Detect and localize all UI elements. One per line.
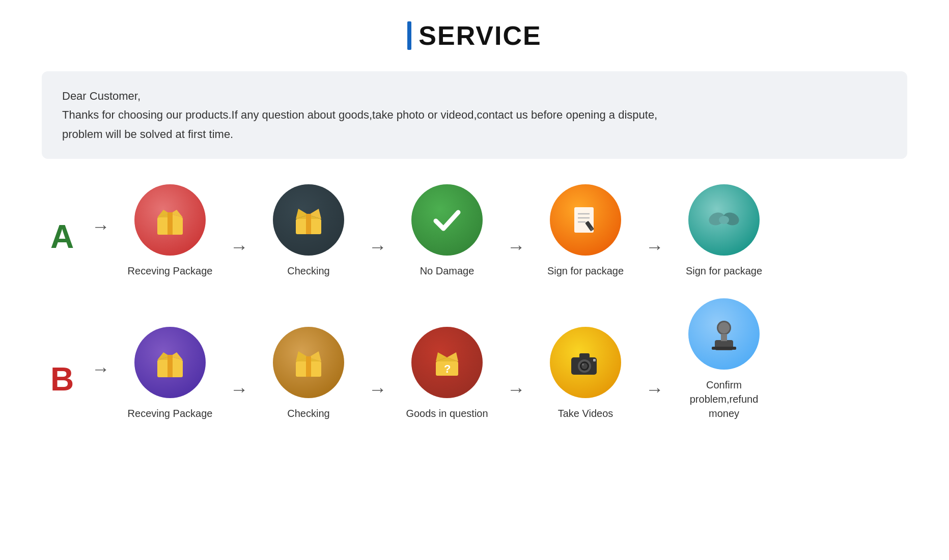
icon-checkmark-green [411,184,483,256]
svg-rect-27 [168,360,173,377]
icon-package-red [134,184,206,256]
label-b-1: Receving Package [128,406,213,421]
icon-camera-yellow [550,327,621,398]
step-b-5: Confirm problem,refund money [673,298,775,421]
flow-section-a: A → [42,184,907,298]
svg-rect-46 [593,359,596,361]
arrow-b-4: → [646,379,664,400]
svg-point-21 [719,216,729,224]
svg-point-45 [582,363,584,366]
icon-handshake-teal [688,184,760,256]
arrow-b-3: → [507,379,525,400]
label-a-3: No Damage [420,264,474,278]
step-a-1: Receving Package [119,184,221,278]
label-a-1: Receving Package [128,264,213,278]
label-a-4: Sign for package [547,264,624,278]
svg-rect-28 [168,355,173,360]
svg-rect-50 [712,347,736,350]
icon-question-red: ? [411,327,483,398]
arrow-a-0: → [92,216,110,237]
svg-rect-34 [306,356,311,361]
svg-rect-12 [306,214,311,219]
label-b-2: Checking [287,406,329,421]
letter-b: B [42,360,82,398]
icon-package-purple [134,327,206,398]
step-b-1: Receving Package [119,327,221,421]
icon-person-blue [688,298,760,370]
label-a-2: Checking [287,264,329,278]
info-box: Dear Customer, Thanks for choosing our p… [42,71,907,159]
svg-rect-41 [579,353,590,359]
title-accent-bar [407,21,411,50]
arrow-b-2: → [369,379,387,400]
step-b-4: Take Videos [535,327,636,421]
step-a-5: Sign for package [673,184,775,278]
info-line1: Dear Customer, [62,87,887,105]
step-a-2: Checking [258,184,359,278]
icon-document-orange [550,184,621,256]
label-a-5: Sign for package [686,264,762,278]
step-a-4: Sign for package [535,184,636,278]
row-a: A → [42,184,907,278]
page-title: SERVICE [418,20,541,51]
step-b-3: ? Goods in question [396,327,498,421]
label-b-5: Confirm problem,refund money [673,378,775,421]
arrow-a-3: → [507,236,525,258]
step-a-3: No Damage [396,184,498,278]
arrow-a-1: → [230,236,248,258]
svg-rect-51 [721,334,727,341]
icon-box-open-orange [273,327,344,398]
arrow-b-0: → [92,358,110,380]
step-b-2: Checking [258,327,359,421]
letter-a: A [42,218,82,256]
flow-section-b: B → Receving Package → [42,298,907,441]
page-title-section: SERVICE [407,20,541,51]
label-b-4: Take Videos [558,406,613,421]
arrow-a-4: → [646,236,664,258]
svg-text:?: ? [444,362,451,375]
info-line2: Thanks for choosing our products.If any … [62,105,887,124]
svg-rect-11 [306,219,311,234]
icon-box-open-dark [273,184,344,256]
svg-point-48 [718,322,730,333]
label-b-3: Goods in question [406,406,488,421]
svg-rect-33 [306,361,311,377]
svg-rect-5 [168,217,173,235]
info-line3: problem will be solved at first time. [62,125,887,144]
arrow-a-2: → [369,236,387,258]
arrow-b-1: → [230,379,248,400]
row-b: B → Receving Package → [42,298,907,421]
svg-rect-6 [168,212,173,217]
